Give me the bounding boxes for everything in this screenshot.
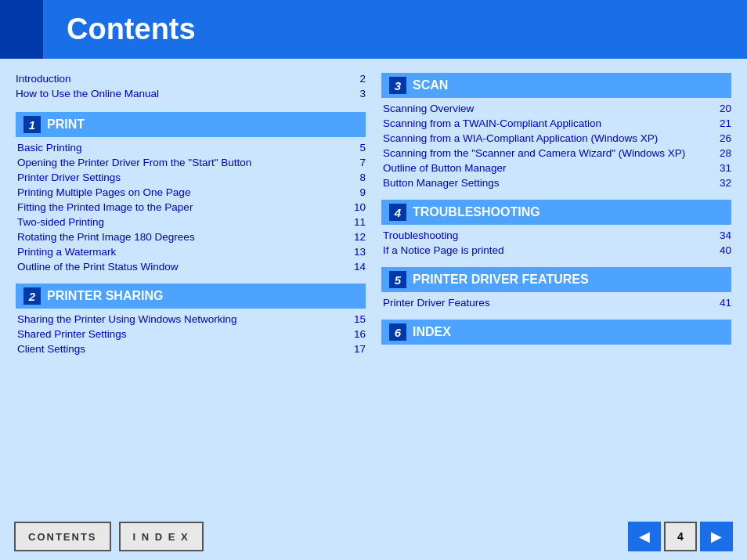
intro-item[interactable]: Introduction2 [16,73,366,85]
section-num: 5 [389,271,406,288]
toc-item[interactable]: Shared Printer Settings16 [17,328,366,340]
right-section-5: 5PRINTER DRIVER FEATURESPrinter Driver F… [381,267,731,309]
next-button[interactable]: ▶ [700,522,733,551]
header: Contents [0,0,747,59]
toc-item-page: 41 [720,297,731,309]
toc-item-label: Outline of the Print Status Window [17,261,179,273]
toc-item-label: Printer Driver Settings [17,172,121,183]
section-title: PRINTER SHARING [47,289,163,303]
right-section-6: 6INDEX [381,320,731,345]
footer-nav: ◀ 4 ▶ [628,522,733,551]
toc-item-label: Fitting the Printed Image to the Paper [17,201,193,213]
toc-item-page: 17 [354,343,366,355]
right-section-header-6[interactable]: 6INDEX [381,320,731,345]
toc-item-label: Outline of Button Manager [383,162,507,174]
toc-item-label: Rotating the Print Image 180 Degrees [17,231,195,243]
section-title: PRINT [47,117,85,132]
toc-item-label: Scanning from the "Scanner and Camera Wi… [383,147,685,159]
header-blue-bar [0,0,43,59]
toc-item[interactable]: Printing Multiple Pages on One Page9 [17,186,366,198]
toc-item-label: Troubleshooting [383,229,458,241]
toc-item-page: 31 [720,162,731,174]
toc-item-label: Scanning from a WIA-Compliant Applicatio… [383,132,658,144]
toc-item-label: Sharing the Printer Using Windows Networ… [17,313,237,325]
toc-item[interactable]: Opening the Printer Driver From the "Sta… [17,157,366,168]
page-title: Contents [67,13,196,46]
toc-item[interactable]: Printer Driver Settings8 [17,172,366,183]
toc-item-label: Scanning from a TWAIN-Compliant Applicat… [383,117,601,129]
toc-item-label: If a Notice Page is printed [383,244,504,256]
printer-sharing-section: 2PRINTER SHARINGSharing the Printer Usin… [16,284,366,355]
section-num: 2 [23,287,41,305]
toc-item[interactable]: Basic Printing5 [17,142,366,154]
right-section-items-5: Printer Driver Features41 [383,297,731,309]
intro-section: Introduction2How to Use the Online Manua… [16,73,366,99]
print-section: 1PRINTBasic Printing5Opening the Printer… [16,112,366,273]
toc-item-page: 11 [354,216,366,228]
toc-item-page: 40 [720,244,731,256]
toc-item[interactable]: Scanning Overview20 [383,103,731,114]
toc-item-page: 21 [720,117,731,129]
toc-item[interactable]: If a Notice Page is printed40 [383,244,731,256]
toc-item-page: 34 [720,229,731,241]
section-title: SCAN [413,78,448,92]
toc-item[interactable]: Outline of the Print Status Window14 [17,261,366,273]
toc-item-page: 32 [720,177,731,189]
main-content: Introduction2How to Use the Online Manua… [0,59,747,513]
section-num: 4 [389,204,406,221]
toc-item-page: 5 [359,142,366,154]
section-header-1[interactable]: 1PRINT [16,112,366,137]
intro-item-label: Introduction [16,73,71,85]
right-column: 3SCANScanning Overview20Scanning from a … [381,73,731,505]
toc-item-label: Button Manager Settings [383,177,500,189]
toc-item[interactable]: Button Manager Settings32 [383,177,731,189]
toc-item-page: 12 [354,231,366,243]
right-section-3: 3SCANScanning Overview20Scanning from a … [381,73,731,189]
right-section-header-4[interactable]: 4TROUBLESHOOTING [381,200,731,225]
toc-item-label: Scanning Overview [383,103,474,114]
right-section-header-5[interactable]: 5PRINTER DRIVER FEATURES [381,267,731,292]
page-number-display: 4 [664,522,697,551]
toc-item[interactable]: Rotating the Print Image 180 Degrees12 [17,231,366,243]
section-title: PRINTER DRIVER FEATURES [413,273,589,287]
toc-item[interactable]: Printer Driver Features41 [383,297,731,309]
contents-button[interactable]: CONTENTS [14,522,111,551]
toc-item-page: 28 [720,147,731,159]
toc-item[interactable]: Troubleshooting34 [383,229,731,241]
toc-item-label: Printer Driver Features [383,297,490,309]
toc-item-label: Printing Multiple Pages on One Page [17,186,190,198]
toc-item[interactable]: Scanning from the "Scanner and Camera Wi… [383,147,731,159]
toc-item-page: 15 [354,313,366,325]
toc-item[interactable]: Scanning from a TWAIN-Compliant Applicat… [383,117,731,129]
intro-item-page: 3 [359,88,366,99]
toc-item-label: Two-sided Printing [17,216,104,228]
toc-item-label: Client Settings [17,343,85,355]
prev-button[interactable]: ◀ [628,522,661,551]
footer: CONTENTS I N D E X ◀ 4 ▶ [0,513,747,560]
toc-item-page: 10 [354,201,366,213]
toc-item[interactable]: Outline of Button Manager31 [383,162,731,174]
toc-item-label: Shared Printer Settings [17,328,127,340]
right-section-header-3[interactable]: 3SCAN [381,73,731,98]
toc-item-page: 20 [720,103,731,114]
section-items-2: Sharing the Printer Using Windows Networ… [17,313,366,355]
toc-item[interactable]: Client Settings17 [17,343,366,355]
section-header-2[interactable]: 2PRINTER SHARING [16,284,366,309]
section-num: 1 [23,116,41,133]
toc-item[interactable]: Fitting the Printed Image to the Paper10 [17,201,366,213]
intro-item[interactable]: How to Use the Online Manual3 [16,88,366,99]
toc-item-page: 13 [354,246,366,258]
toc-item-page: 8 [359,172,366,183]
toc-item[interactable]: Printing a Watermark13 [17,246,366,258]
toc-item-label: Basic Printing [17,142,82,154]
toc-item-page: 9 [359,186,366,198]
toc-item[interactable]: Scanning from a WIA-Compliant Applicatio… [383,132,731,144]
index-button[interactable]: I N D E X [119,522,204,551]
toc-item[interactable]: Sharing the Printer Using Windows Networ… [17,313,366,325]
section-num: 6 [389,323,406,341]
right-section-items-3: Scanning Overview20Scanning from a TWAIN… [383,103,731,189]
toc-item-page: 7 [359,157,366,168]
intro-item-page: 2 [359,73,366,85]
toc-item[interactable]: Two-sided Printing11 [17,216,366,228]
section-title: INDEX [413,325,451,339]
